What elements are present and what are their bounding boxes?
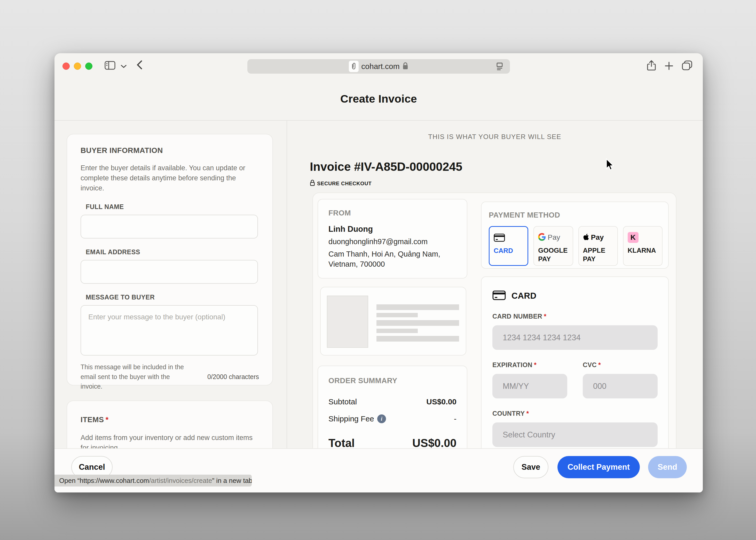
email-address-input[interactable]	[80, 260, 258, 284]
header-divider	[54, 120, 703, 121]
share-icon[interactable]	[647, 60, 656, 72]
card-number-input[interactable]	[492, 325, 658, 350]
buyer-preview-banner: THIS IS WHAT YOUR BUYER WILL SEE	[286, 133, 703, 141]
close-window-button[interactable]	[62, 63, 70, 70]
full-name-input[interactable]	[80, 215, 258, 238]
subtotal-value: US$0.00	[426, 397, 457, 406]
zoom-window-button[interactable]	[85, 63, 92, 70]
save-button[interactable]: Save	[513, 456, 548, 478]
tab-overview-icon[interactable]	[681, 60, 693, 72]
credit-card-icon	[494, 232, 524, 243]
required-asterisk: *	[106, 415, 109, 424]
from-card: FROM Linh Duong duonghonglinh97@gmail.co…	[318, 199, 467, 279]
payment-method-title: PAYMENT METHOD	[489, 211, 663, 219]
panel-divider	[286, 121, 287, 448]
shipping-fee-label: Shipping Fee	[328, 414, 374, 423]
card-form-title: CARD	[511, 291, 537, 301]
seller-name: Linh Duong	[328, 224, 457, 234]
artwork-image-placeholder	[327, 296, 368, 348]
secure-lock-icon	[310, 180, 315, 187]
extension-badge-icon[interactable]	[349, 61, 359, 72]
send-button[interactable]: Send	[648, 456, 687, 478]
buyer-information-card: BUYER INFORMATION Enter the buyer detail…	[66, 134, 273, 385]
payment-option-klarna[interactable]: K KLARNA	[623, 226, 663, 266]
address-bar[interactable]: cohart.com	[247, 59, 510, 73]
url-text: cohart.com	[361, 62, 399, 71]
payment-option-label: CARD	[494, 246, 524, 255]
credit-card-icon	[492, 290, 506, 301]
item-preview-card	[320, 287, 466, 355]
total-row: Total US$0.00	[328, 437, 457, 450]
collect-payment-button[interactable]: Collect Payment	[558, 456, 640, 478]
shipping-fee-row: Shipping Fee i -	[328, 414, 457, 423]
total-value: US$0.00	[412, 437, 457, 450]
shipping-fee-value: -	[454, 414, 457, 423]
cvc-label: CVC*	[583, 361, 658, 369]
card-number-label: CARD NUMBER*	[492, 313, 657, 320]
invoice-number-title: Invoice #IV-A85D-00000245	[310, 160, 463, 174]
status-host: https://www.cohart.com	[80, 477, 149, 485]
subtotal-row: Subtotal US$0.00	[328, 397, 457, 406]
total-label: Total	[328, 437, 355, 450]
payment-option-apple-pay[interactable]: Pay APPLE PAY	[578, 226, 618, 266]
browser-window: cohart.com	[54, 53, 703, 492]
mouse-cursor	[605, 158, 615, 173]
full-name-label: FULL NAME	[86, 203, 259, 210]
secure-checkout-row: SECURE CHECKOUT	[310, 180, 372, 187]
minimize-window-button[interactable]	[74, 63, 81, 70]
new-tab-icon[interactable]	[664, 61, 674, 71]
sidebar-toggle-icon[interactable]	[105, 61, 115, 71]
expiration-label: EXPIRATION*	[492, 361, 567, 369]
payment-option-label: APPLE PAY	[583, 246, 614, 263]
country-select[interactable]	[492, 422, 658, 447]
message-to-buyer-label: MESSAGE TO BUYER	[86, 294, 259, 301]
message-to-buyer-textarea[interactable]	[80, 305, 258, 355]
google-pay-icon	[538, 233, 546, 242]
subtotal-label: Subtotal	[328, 397, 357, 406]
from-title: FROM	[328, 209, 457, 217]
desktop: cohart.com	[0, 0, 756, 540]
link-status-bar: Open “https://www.cohart.com/artist/invo…	[54, 474, 252, 486]
text-placeholder-bars	[377, 304, 459, 347]
tls-lock-icon	[402, 62, 408, 71]
payment-method-card: PAYMENT METHOD CARD	[481, 202, 669, 269]
expiration-input[interactable]	[492, 374, 567, 398]
reader-view-icon[interactable]	[495, 62, 504, 71]
back-icon[interactable]	[136, 60, 143, 71]
payment-option-label: GOOGLE PAY	[538, 246, 569, 263]
chevron-down-icon[interactable]	[121, 65, 127, 69]
status-path: /artist/invoices/create	[149, 477, 212, 485]
cvc-input[interactable]	[583, 374, 658, 398]
seller-address: Cam Thanh, Hoi An, Quảng Nam, Vietnam, 7…	[328, 249, 446, 269]
payment-option-google-pay[interactable]: Pay GOOGLE PAY	[533, 226, 573, 266]
browser-titlebar: cohart.com	[54, 53, 703, 75]
page-title: Create Invoice	[54, 92, 703, 105]
email-address-label: EMAIL ADDRESS	[86, 248, 259, 256]
klarna-icon: K	[628, 232, 638, 243]
seller-email: duonghonglinh97@gmail.com	[328, 237, 457, 246]
items-title: ITEMS*	[80, 415, 259, 424]
message-note: This message will be included in the ema…	[80, 362, 189, 391]
buyer-information-title: BUYER INFORMATION	[80, 146, 259, 155]
character-count: 0/2000 characters	[207, 373, 259, 381]
payment-option-card[interactable]: CARD	[489, 226, 528, 266]
buyer-information-description: Enter the buyer details if available. Yo…	[80, 163, 259, 193]
country-label: COUNTRY*	[492, 410, 657, 417]
apple-icon	[583, 233, 589, 242]
payment-option-label: KLARNA	[628, 246, 658, 255]
secure-checkout-label: SECURE CHECKOUT	[317, 181, 372, 187]
shipping-info-icon[interactable]: i	[377, 414, 386, 423]
order-summary-title: ORDER SUMMARY	[328, 376, 457, 385]
